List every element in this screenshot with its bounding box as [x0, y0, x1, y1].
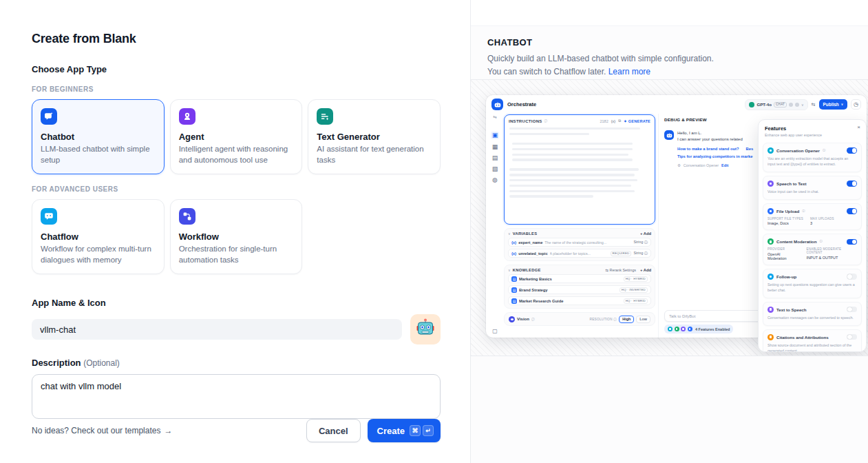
- choose-app-type-label: Choose App Type: [32, 64, 441, 74]
- variable-name: expert_name: [518, 240, 542, 245]
- feature-item-conversation-opener: Conversation OpenerⓘYou are an entity ex…: [763, 143, 862, 172]
- app-type-card-chatbot[interactable]: ChatbotLLM-based chatbot with simple set…: [32, 99, 165, 174]
- info-icon: ⓘ: [531, 318, 535, 321]
- feature-item-header: Content Moderationⓘ: [768, 238, 857, 245]
- info-icon: ⓘ: [613, 318, 617, 321]
- app-name-row: [32, 314, 441, 344]
- app-preview-image: Orchestrate GPT-4o CHAT ∨ ⇆ Publish: [471, 79, 868, 356]
- feature-meta-value: 3: [810, 221, 834, 225]
- knowledge-actions: ⇆ Rerank Settings + Add: [606, 268, 651, 272]
- create-app-modal: Create from Blank Choose App Type FOR BE…: [0, 0, 868, 463]
- variable-description: A placeholder for topics...: [550, 251, 608, 256]
- preview-app-robot-icon: [491, 99, 503, 110]
- app-type-card-agent[interactable]: AgentIntelligent agent with reasoning an…: [170, 99, 303, 174]
- card-description: Orchestration for single-turn automation…: [179, 244, 294, 265]
- line-gap: [509, 164, 650, 165]
- card-title: Workflow: [179, 232, 294, 242]
- templates-link[interactable]: No ideas? Check out our templates →: [32, 426, 172, 435]
- suggestion-link-truncated: Bes: [746, 147, 754, 151]
- variable-type: String ⓘ: [633, 251, 648, 256]
- variables-actions: + Add: [640, 232, 651, 236]
- robot-emoji-icon: [415, 318, 436, 341]
- group-label-0: FOR BEGINNERS: [32, 85, 441, 93]
- knowledge-doc-name: Brand Strategy: [519, 288, 617, 292]
- feature-meta-col: ENABLED MODERATE CONTENTINPUT & OUTPUT: [807, 247, 857, 260]
- history-icon: ◷: [851, 99, 861, 110]
- preview-sidebar: ⇆ ▣▦▤▧◍▢: [486, 114, 504, 338]
- knowledge-doc-name: Marketing Basics: [519, 277, 622, 281]
- description-label: Description (Optional): [32, 358, 441, 368]
- features-enabled-pill: 4 Features Enabled: [664, 325, 733, 333]
- placeholder-line: [512, 158, 633, 161]
- app-icon-picker[interactable]: [410, 314, 441, 344]
- required-badge: REQUIRED: [611, 251, 632, 256]
- feature-toggle: [847, 334, 857, 340]
- publish-button-preview: Publish ∨: [819, 99, 847, 110]
- vision-eye-icon: [509, 316, 515, 322]
- image-icon: ▦: [492, 144, 498, 150]
- knowledge-row: ▤Brand StrategyHQ · INVERTED: [508, 285, 651, 294]
- create-button[interactable]: Create ⌘ ↵: [368, 419, 441, 442]
- retrieval-mode-chip: HQ · INVERTED: [620, 287, 648, 293]
- feature-item-content-moderation: Content ModerationⓘPROVIDEROpenAI Modera…: [763, 234, 862, 265]
- preview-panel-header: CHATBOT Quickly build an LLM-based chatb…: [471, 26, 868, 79]
- model-name: GPT-4o: [756, 102, 772, 107]
- feature-description: You are an entity extraction model that …: [768, 156, 857, 167]
- app-type-card-workflow[interactable]: WorkflowOrchestration for single-turn au…: [170, 199, 303, 274]
- placeholder-line: [509, 127, 640, 130]
- greeting-line-2: I can answer your questions related: [677, 136, 753, 143]
- conversation-opener-row: ⚙ Conversation Opener Edit: [677, 163, 753, 167]
- page-title: Create from Blank: [32, 32, 441, 46]
- line-gap: [509, 138, 650, 140]
- description-textarea[interactable]: [32, 374, 441, 419]
- variable-name: unrelated_topic: [518, 251, 547, 256]
- chatflow-icon: [41, 208, 57, 225]
- resolution-label-text: RESOLUTION: [590, 318, 613, 321]
- document-icon: ▤: [511, 287, 517, 293]
- app-name-input[interactable]: [32, 319, 402, 340]
- globe-icon: ◍: [492, 177, 498, 183]
- feature-meta-value: INPUT & OUTPUT: [807, 256, 857, 260]
- variables-title: VARIABLES: [513, 232, 538, 236]
- card-description: Workflow for complex multi-turn dialogue…: [41, 244, 156, 265]
- rerank-label: Rerank Settings: [610, 268, 636, 272]
- card-title: Chatbot: [41, 132, 156, 142]
- feature-meta-col: PROVIDEROpenAI Moderation: [768, 247, 800, 260]
- preview-description-text: Quickly build an LLM-based chatbot with …: [487, 54, 714, 76]
- generate-label: GENERATE: [628, 119, 650, 123]
- resolution-high-chip: High: [619, 316, 634, 323]
- feature-meta-col: SUPPORT FILE TYPESImage, Docs: [768, 217, 803, 226]
- speech-to-text-icon: [768, 181, 774, 187]
- placeholder-line: [509, 168, 639, 170]
- features-panel-header: Features Enhance web app user experience…: [759, 120, 866, 138]
- learn-more-link[interactable]: Learn more: [608, 67, 650, 76]
- rerank-settings-button: ⇆ Rerank Settings: [606, 268, 636, 272]
- app-type-groups: FOR BEGINNERSChatbotLLM-based chatbot wi…: [32, 74, 441, 274]
- app-type-card-chatflow[interactable]: ChatflowWorkflow for complex multi-turn …: [32, 199, 165, 274]
- variable-fx-icon: {x}: [511, 251, 516, 256]
- conversation-opener-icon: [768, 147, 774, 154]
- variable-row: {x}expert_nameThe name of the strategic …: [508, 238, 651, 247]
- feature-toggle: [847, 307, 857, 313]
- sparkle-icon: ✦: [624, 119, 627, 123]
- knowledge-section: ∨ KNOWLEDGE ⇆ Rerank Settings + Add ▤Mar…: [504, 265, 655, 309]
- variable-description: The name of the strategic consulting...: [544, 240, 631, 245]
- app-type-card-text-generator[interactable]: Text GeneratorAI assistant for text gene…: [308, 99, 441, 174]
- info-icon: ⓘ: [819, 240, 822, 243]
- placeholder-line: [509, 179, 637, 181]
- feature-mini-icon: [688, 327, 692, 331]
- text-generator-icon: [317, 108, 333, 125]
- suggestion-link: Tips for analyzing competitors in marke: [677, 154, 752, 158]
- preview-description: Quickly build an LLM-based chatbot with …: [487, 52, 725, 78]
- agent-icon: [179, 108, 195, 125]
- variables-section: ∨ VARIABLES + Add {x}expert_nameThe name…: [504, 228, 655, 261]
- feature-name: Citations and Attributions: [776, 335, 829, 340]
- collapse-icon: ⇆: [493, 114, 496, 120]
- cancel-button[interactable]: Cancel: [306, 419, 361, 442]
- feature-item-header: Text to Speech: [768, 307, 857, 313]
- description-optional-text: (Optional): [83, 358, 120, 368]
- retrieval-mode-chip: HQ · HYBRID: [624, 276, 648, 282]
- generate-button-preview: ✦ GENERATE: [624, 119, 650, 123]
- variable-type: String ⓘ: [633, 240, 648, 245]
- feature-meta-key: MAX UPLOADS: [810, 217, 834, 220]
